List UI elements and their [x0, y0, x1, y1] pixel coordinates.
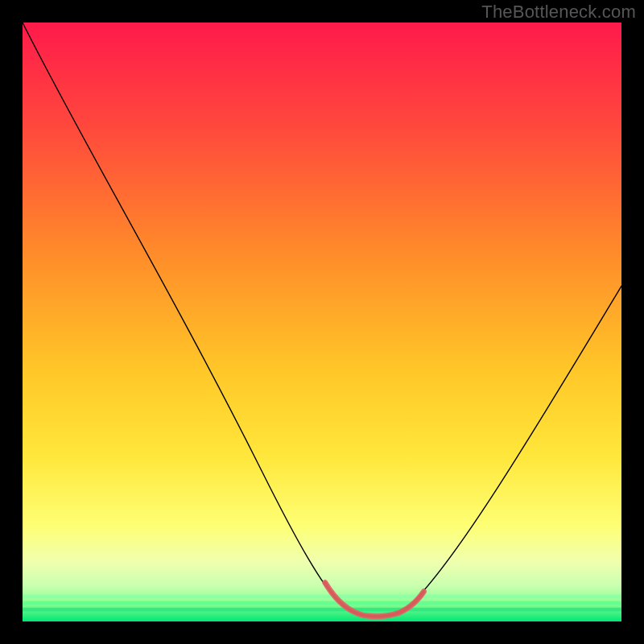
- bottleneck-plot: [23, 23, 621, 621]
- svg-rect-0: [23, 595, 621, 598]
- gradient-background: [23, 23, 621, 621]
- watermark-label: TheBottleneck.com: [481, 2, 636, 23]
- chart-frame: TheBottleneck.com: [0, 0, 644, 644]
- green-banding: [23, 595, 621, 612]
- svg-rect-1: [23, 601, 621, 605]
- svg-rect-2: [23, 608, 621, 611]
